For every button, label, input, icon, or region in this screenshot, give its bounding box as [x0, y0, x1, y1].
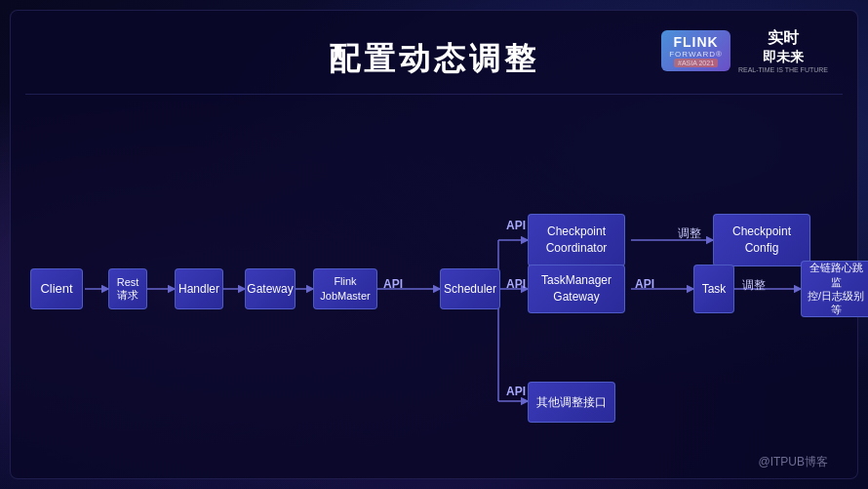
- client-box: Client: [30, 268, 83, 309]
- task-box: Task: [693, 265, 734, 313]
- other-api-box: 其他调整接口: [528, 382, 615, 423]
- taskmanager-gateway-box: TaskManagerGateway: [528, 265, 625, 313]
- realtime-text: 实时 即未来 REAL-TIME IS THE FUTURE: [738, 28, 828, 73]
- flink-logo: FLINK FORWARD® #ASIA 2021: [661, 30, 730, 71]
- realtime-line2: 即未来: [763, 49, 804, 66]
- adjust-label-middle: 调整: [742, 277, 766, 294]
- diagram-container: Client Rest请求 Handler Gateway API FlinkJ…: [30, 99, 838, 439]
- checkpoint-config-box: CheckpointConfig: [713, 214, 810, 266]
- api-label-1: API: [383, 277, 403, 291]
- realtime-line3: REAL-TIME IS THE FUTURE: [738, 66, 828, 73]
- scheduler-box: Scheduler: [440, 268, 500, 309]
- slide-area: 配置动态调整 FLINK FORWARD® #ASIA 2021 实时 即未来 …: [10, 10, 858, 479]
- rest-box: Rest请求: [108, 268, 147, 309]
- gateway-box: Gateway: [245, 268, 296, 309]
- api-label-bottom: API: [506, 385, 526, 398]
- adjust-label-top: 调整: [678, 225, 701, 242]
- handler-box: Handler: [175, 268, 223, 309]
- api-label-tm: API: [635, 277, 654, 291]
- checkpoint-coordinator-box: CheckpointCoordinator: [528, 214, 625, 266]
- realtime-line1: 实时: [768, 28, 799, 49]
- api-label-middle: API: [506, 277, 526, 291]
- asia-text: #ASIA 2021: [674, 59, 718, 67]
- flink-jobmaster-box: FlinkJobMaster: [313, 268, 377, 309]
- watermark: @ITPUB博客: [758, 454, 828, 470]
- separator-line: [25, 94, 843, 95]
- logo-area: FLINK FORWARD® #ASIA 2021 实时 即未来 REAL-TI…: [661, 28, 828, 73]
- api-label-top: API: [506, 219, 526, 232]
- forward-text: FORWARD®: [669, 50, 723, 59]
- chain-monitor-box: 全链路心跳监控/日志级别等: [801, 261, 868, 317]
- flink-text: FLINK: [673, 34, 718, 50]
